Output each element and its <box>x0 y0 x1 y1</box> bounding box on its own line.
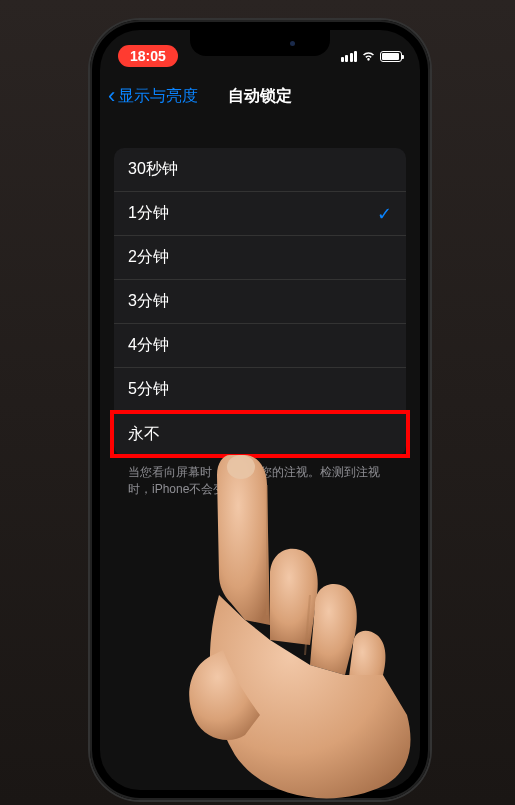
footer-text: 当您看向屏幕时，会检测您的注视。检测到注视时，iPhone不会变暗。 <box>128 464 392 498</box>
back-label: 显示与亮度 <box>118 86 198 107</box>
chevron-left-icon: ‹ <box>108 85 115 107</box>
checkmark-icon: ✓ <box>377 203 392 225</box>
option-label: 1分钟 <box>128 203 169 224</box>
option-label: 30秒钟 <box>128 159 178 180</box>
option-row[interactable]: 3分钟 <box>114 280 406 324</box>
option-row[interactable]: 2分钟 <box>114 236 406 280</box>
option-label: 2分钟 <box>128 247 169 268</box>
options-list: 30秒钟1分钟✓2分钟3分钟4分钟5分钟永不 <box>114 148 406 456</box>
status-time: 18:05 <box>118 45 178 67</box>
notch <box>190 30 330 56</box>
signal-icon <box>341 51 358 62</box>
option-row[interactable]: 永不 <box>114 412 406 456</box>
phone-screen: 18:05 ‹ 显示与亮度 自动锁定 30秒钟1分钟✓2分钟3分钟4分钟5分钟永… <box>100 30 420 790</box>
option-label: 永不 <box>128 424 160 445</box>
nav-bar: ‹ 显示与亮度 自动锁定 <box>100 74 420 118</box>
option-label: 3分钟 <box>128 291 169 312</box>
back-button[interactable]: ‹ 显示与亮度 <box>108 85 198 107</box>
option-row[interactable]: 4分钟 <box>114 324 406 368</box>
option-row[interactable]: 1分钟✓ <box>114 192 406 236</box>
option-label: 5分钟 <box>128 379 169 400</box>
option-row[interactable]: 30秒钟 <box>114 148 406 192</box>
wifi-icon <box>361 51 376 62</box>
phone-frame: 18:05 ‹ 显示与亮度 自动锁定 30秒钟1分钟✓2分钟3分钟4分钟5分钟永… <box>90 20 430 800</box>
option-row[interactable]: 5分钟 <box>114 368 406 412</box>
option-label: 4分钟 <box>128 335 169 356</box>
battery-icon <box>380 51 402 62</box>
page-title: 自动锁定 <box>228 86 292 107</box>
status-icons <box>341 51 403 62</box>
